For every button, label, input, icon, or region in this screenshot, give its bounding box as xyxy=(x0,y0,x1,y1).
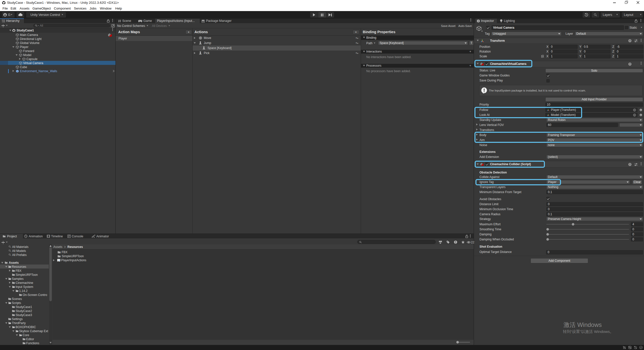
svg-text:?: ? xyxy=(629,63,631,65)
svg-text:?: ? xyxy=(629,163,631,166)
svg-text:?: ? xyxy=(629,39,631,42)
